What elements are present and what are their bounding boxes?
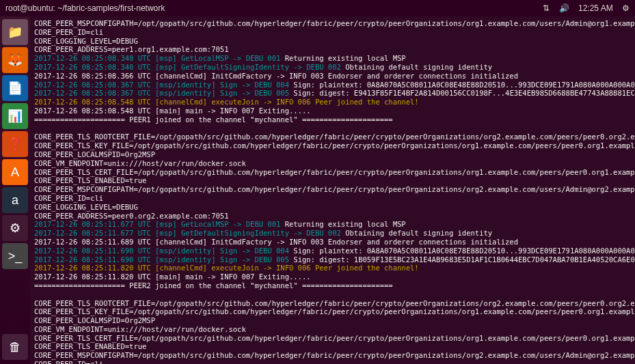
launcher-trash[interactable]: 🗑 bbox=[2, 334, 28, 360]
terminal-output[interactable]: CORE_PEER_MSPCONFIGPATH=/opt/gopath/src/… bbox=[30, 16, 635, 364]
launcher-software[interactable]: A bbox=[2, 159, 28, 185]
log-line: CORE_PEER_TLS_ROOTCERT_FILE=/opt/gopath/… bbox=[34, 132, 635, 141]
sheet-icon: 📊 bbox=[8, 109, 23, 124]
log-line: 2017-12-26 08:25:08.367 UTC [msp/identit… bbox=[34, 81, 289, 89]
top-menubar: root@ubuntu: ~/fabric-samples/first-netw… bbox=[0, 0, 635, 16]
log-line: Returning existing local MSP bbox=[280, 54, 405, 62]
log-line: CORE_PEER_TLS_KEY_FILE=/opt/gopath/src/g… bbox=[34, 141, 635, 150]
terminal-icon: >_ bbox=[8, 249, 23, 264]
unity-launcher: 📁 🦊 📄 📊 ❓ A a ⚙ >_ 🗑 bbox=[0, 16, 30, 364]
window-title: root@ubuntu: ~/fabric-samples/first-netw… bbox=[5, 3, 536, 13]
log-line: 2017-12-26 08:25:11.820 UTC [main] main … bbox=[34, 272, 311, 281]
launcher-files[interactable]: 📁 bbox=[2, 19, 28, 45]
log-line: 2017-12-26 08:25:11.677 UTC [msp] GetDef… bbox=[34, 229, 341, 237]
launcher-help[interactable]: ❓ bbox=[2, 131, 28, 157]
log-line: Obtaining default signing identity bbox=[341, 63, 492, 71]
trash-icon: 🗑 bbox=[9, 340, 21, 354]
launcher-firefox[interactable]: 🦊 bbox=[2, 47, 28, 73]
log-line: 2017-12-26 08:25:11.690 UTC [msp/identit… bbox=[34, 255, 289, 264]
launcher-terminal[interactable]: >_ bbox=[2, 243, 28, 269]
gear-icon[interactable]: ⚙ bbox=[622, 3, 630, 13]
log-line: CORE_PEER_TLS_ENABLED=true bbox=[34, 176, 146, 184]
log-line: CORE_PEER_ADDRESS=peer0.org2.example.com… bbox=[34, 212, 228, 220]
log-line: CORE_LOGGING_LEVEL=DEBUG bbox=[34, 203, 138, 211]
log-line: ===================== PEER2 joined on th… bbox=[34, 281, 393, 290]
log-line: 2017-12-26 08:25:11.689 UTC [channelCmd]… bbox=[34, 238, 518, 246]
log-line: 2017-12-26 08:25:08.340 UTC [msp] GetDef… bbox=[34, 63, 341, 71]
log-line: CORE_LOGGING_LEVEL=DEBUG bbox=[34, 37, 138, 45]
log-line: CORE_PEER_ADDRESS=peer1.org1.example.com… bbox=[34, 45, 228, 53]
log-line: 2017-12-26 08:25:08.366 UTC [channelCmd]… bbox=[34, 72, 518, 80]
log-line: Sign: digest: 1B059F13E5BC23A1E4AB9683E5… bbox=[289, 255, 635, 264]
log-line: CORE_PEER_LOCALMSPID=Org2MSP bbox=[34, 150, 155, 158]
log-line: CORE_PEER_TLS_CERT_FILE=/opt/gopath/src/… bbox=[34, 334, 635, 342]
log-line: 2017-12-26 08:25:08.548 UTC [main] main … bbox=[34, 107, 311, 115]
log-line: 2017-12-26 08:25:11.820 UTC [channelCmd]… bbox=[34, 264, 419, 272]
log-line: CORE_PEER_TLS_KEY_FILE=/opt/gopath/src/g… bbox=[34, 307, 635, 316]
log-line: CORE_PEER_TLS_CERT_FILE=/opt/gopath/src/… bbox=[34, 168, 635, 176]
folder-icon: 📁 bbox=[8, 25, 23, 40]
log-line: CORE_PEER_ID=cli bbox=[34, 28, 103, 36]
launcher-calc[interactable]: 📊 bbox=[2, 103, 28, 129]
network-icon[interactable]: ⇅ bbox=[543, 3, 550, 13]
log-line: CORE_PEER_TLS_ENABLED=true bbox=[34, 342, 146, 350]
log-line: Returning existing local MSP bbox=[280, 220, 405, 228]
log-line: Obtaining default signing identity bbox=[341, 229, 492, 237]
firefox-icon: 🦊 bbox=[8, 53, 23, 68]
log-line: CORE_PEER_LOCALMSPID=Org2MSP bbox=[34, 316, 155, 324]
log-line: CORE_PEER_ID=cli bbox=[34, 360, 103, 364]
log-line: 2017-12-26 08:25:08.340 UTC [msp] GetLoc… bbox=[34, 54, 280, 62]
log-line: CORE_PEER_MSPCONFIGPATH=/opt/gopath/src/… bbox=[34, 351, 635, 359]
log-line: Sign: plaintext: 0A8A070A5C08011A0C08E78… bbox=[289, 247, 635, 255]
clock[interactable]: 12:25 AM bbox=[578, 3, 613, 13]
launcher-writer[interactable]: 📄 bbox=[2, 75, 28, 101]
software-icon: A bbox=[11, 165, 19, 180]
log-line: CORE_PEER_MSPCONFIGPATH=/opt/gopath/src/… bbox=[34, 19, 635, 27]
log-line: 2017-12-26 08:25:11.690 UTC [msp/identit… bbox=[34, 247, 289, 255]
log-line: Sign: plaintext: 0A8A070A5C08011A0C08E48… bbox=[289, 81, 635, 89]
log-line: CORE_VM_ENDPOINT=unix:///host/var/run/do… bbox=[34, 159, 246, 167]
log-line: ===================== PEER1 joined on th… bbox=[34, 115, 393, 124]
log-line: 2017-12-26 08:25:08.548 UTC [channelCmd]… bbox=[34, 98, 419, 106]
log-line: CORE_PEER_TLS_ROOTCERT_FILE=/opt/gopath/… bbox=[34, 299, 635, 307]
doc-icon: 📄 bbox=[8, 81, 23, 96]
launcher-amazon[interactable]: a bbox=[2, 187, 28, 213]
log-line: CORE_PEER_MSPCONFIGPATH=/opt/gopath/src/… bbox=[34, 185, 635, 193]
sound-icon[interactable]: 🔊 bbox=[559, 3, 569, 13]
log-line: CORE_PEER_ID=cli bbox=[34, 194, 103, 202]
amazon-icon: a bbox=[12, 193, 18, 208]
log-line: 2017-12-26 08:25:11.677 UTC [msp] GetLoc… bbox=[34, 220, 280, 228]
launcher-settings[interactable]: ⚙ bbox=[2, 215, 28, 241]
system-indicators[interactable]: ⇅ 🔊 12:25 AM ⚙ bbox=[536, 3, 630, 13]
log-line: Sign: digest: E9413F85F1E4BF2A814D00156C… bbox=[289, 89, 635, 97]
log-line: CORE_VM_ENDPOINT=unix:///host/var/run/do… bbox=[34, 325, 246, 333]
log-line: 2017-12-26 08:25:08.367 UTC [msp/identit… bbox=[34, 89, 289, 97]
help-icon: ❓ bbox=[8, 137, 23, 152]
gear-icon: ⚙ bbox=[10, 221, 21, 236]
